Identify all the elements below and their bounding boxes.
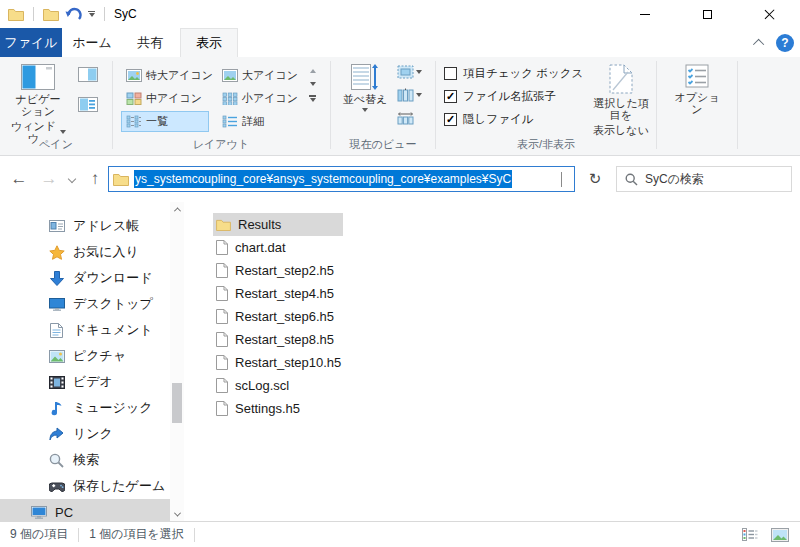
minimize-button[interactable] xyxy=(614,0,676,28)
checkbox-item-check-boxes[interactable]: 項目チェック ボックス xyxy=(444,66,583,81)
sidebar-item-videos[interactable]: ビデオ xyxy=(0,369,170,395)
sidebar-item-desktop[interactable]: デスクトップ xyxy=(0,291,170,317)
help-icon[interactable]: ? xyxy=(776,34,794,52)
searches-icon xyxy=(48,452,65,468)
tab-home[interactable]: ホーム xyxy=(64,28,120,57)
window-title: SyC xyxy=(114,7,137,21)
tab-share[interactable]: 共有 xyxy=(122,28,178,57)
close-button[interactable] xyxy=(738,0,800,28)
hide-selected-label-1: 選択した項目を xyxy=(588,97,654,121)
medium-icons-icon xyxy=(126,92,142,105)
file-row[interactable]: Restart_step4.h5 xyxy=(213,282,343,305)
sidebar-item-label: お気に入り xyxy=(73,243,139,261)
maximize-button[interactable] xyxy=(676,0,738,28)
file-row[interactable]: Restart_step8.h5 xyxy=(213,328,343,351)
view-option-medium-icons[interactable]: 中アイコン xyxy=(121,88,207,109)
forward-button[interactable]: → xyxy=(38,156,60,202)
sidebar-item-saved-games[interactable]: 保存したゲーム xyxy=(0,473,170,499)
pictures-icon xyxy=(48,348,65,364)
view-option-large-icons[interactable]: 大アイコン xyxy=(217,65,303,86)
sidebar-item-label: ピクチャ xyxy=(73,347,126,365)
file-row-results[interactable]: Results xyxy=(213,213,343,236)
sidebar-item-pictures[interactable]: ピクチャ xyxy=(0,343,170,369)
gallery-more-icon[interactable] xyxy=(309,95,316,102)
details-pane-button[interactable] xyxy=(78,97,98,112)
sidebar-item-music[interactable]: ミュージック xyxy=(0,395,170,421)
view-option-small-icons[interactable]: 小アイコン xyxy=(217,88,303,109)
chevron-down-icon xyxy=(561,172,562,187)
preview-pane-icon xyxy=(78,67,98,82)
scroll-down-icon[interactable] xyxy=(170,507,184,521)
sort-by-button[interactable]: 並べ替え xyxy=(339,64,391,112)
view-option-extra-large-icons[interactable]: 特大アイコン xyxy=(121,65,218,86)
gallery-scroll-up-icon[interactable] xyxy=(310,69,316,73)
back-button[interactable]: ← xyxy=(8,156,30,202)
hide-selected-items-icon xyxy=(609,64,633,94)
search-box[interactable]: SyCの検索 xyxy=(616,166,792,192)
forward-icon: → xyxy=(41,169,58,189)
file-row[interactable]: scLog.scl xyxy=(213,374,343,397)
view-option-label: 特大アイコン xyxy=(146,68,213,83)
details-view-toggle-button[interactable] xyxy=(738,525,762,545)
file-icon xyxy=(216,355,228,370)
up-button[interactable]: ↑ xyxy=(84,156,106,202)
add-columns-button[interactable] xyxy=(397,88,422,102)
preview-pane-button[interactable] xyxy=(78,67,98,82)
address-dropdown-button[interactable] xyxy=(553,172,570,186)
window-controls xyxy=(614,0,800,28)
thumbnail-view-icon xyxy=(771,528,789,542)
view-option-details[interactable]: 詳細 xyxy=(217,111,269,132)
address-bar[interactable]: ys_systemcoupling_core¥ansys_systemcoupl… xyxy=(108,166,575,192)
minimize-ribbon-icon[interactable] xyxy=(753,38,764,49)
file-row[interactable]: Restart_step2.h5 xyxy=(213,259,343,282)
checkbox-hidden-items[interactable]: ✓ 隠しファイル xyxy=(444,112,533,127)
sidebar-item-links[interactable]: リンク xyxy=(0,421,170,447)
size-all-columns-button[interactable] xyxy=(397,111,414,125)
title-bar: SyC xyxy=(0,0,800,28)
close-icon xyxy=(764,9,775,20)
dropdown-arrow-icon xyxy=(60,130,66,134)
view-option-list[interactable]: 一覧 xyxy=(121,111,209,132)
file-row[interactable]: Settings.h5 xyxy=(213,397,343,420)
sidebar-item-label: ドキュメント xyxy=(73,321,153,339)
thumbnail-view-toggle-button[interactable] xyxy=(768,525,792,545)
navigation-pane-button[interactable]: ナビゲーション ウィンドウ xyxy=(10,64,66,144)
qat-customize-button[interactable] xyxy=(88,11,95,17)
qat-folder-button[interactable] xyxy=(43,8,59,21)
file-icon xyxy=(216,401,228,416)
show-hide-group-label: 表示/非表示 xyxy=(436,137,656,152)
file-row[interactable]: Restart_step6.h5 xyxy=(213,305,343,328)
scroll-up-icon[interactable] xyxy=(170,202,184,216)
layout-group-label: レイアウト xyxy=(113,137,329,152)
sidebar-item-contacts[interactable]: アドレス帳 xyxy=(0,213,170,239)
scrollbar-thumb[interactable] xyxy=(172,383,182,423)
sidebar-item-pc[interactable]: PC xyxy=(0,499,170,521)
divider xyxy=(78,528,79,542)
file-row[interactable]: chart.dat xyxy=(213,236,343,259)
items-count: 9 個の項目 xyxy=(10,526,68,543)
options-button[interactable]: オプション xyxy=(671,64,723,115)
group-by-button[interactable] xyxy=(397,65,422,79)
checkbox-checked-icon: ✓ xyxy=(444,90,457,103)
sidebar-scrollbar[interactable] xyxy=(170,202,184,521)
recent-locations-button[interactable] xyxy=(64,156,80,202)
sidebar-item-downloads[interactable]: ダウンロード xyxy=(0,265,170,291)
sidebar-item-favorites[interactable]: お気に入り xyxy=(0,239,170,265)
tab-file[interactable]: ファイル xyxy=(0,28,62,57)
maximize-icon xyxy=(703,10,712,19)
sidebar-item-searches[interactable]: 検索 xyxy=(0,447,170,473)
file-name: Restart_step2.h5 xyxy=(235,263,334,278)
file-name: Results xyxy=(238,217,281,232)
gallery-scroll-down-icon[interactable] xyxy=(310,82,316,86)
file-row[interactable]: Restart_step10.h5 xyxy=(213,351,343,374)
checkbox-file-name-extensions[interactable]: ✓ ファイル名拡張子 xyxy=(444,89,556,104)
tab-view[interactable]: 表示 xyxy=(180,28,238,57)
sidebar-item-documents[interactable]: ドキュメント xyxy=(0,317,170,343)
refresh-button[interactable]: ↻ xyxy=(582,166,608,192)
file-name: Settings.h5 xyxy=(235,401,300,416)
file-name: chart.dat xyxy=(235,240,286,255)
hide-selected-items-button[interactable]: 選択した項目を 表示しない xyxy=(588,64,654,136)
file-list: Results chart.dat Restart_step2.h5 Resta… xyxy=(184,202,800,521)
pane-group-label: ペイン xyxy=(0,137,112,152)
undo-button[interactable] xyxy=(65,7,82,22)
